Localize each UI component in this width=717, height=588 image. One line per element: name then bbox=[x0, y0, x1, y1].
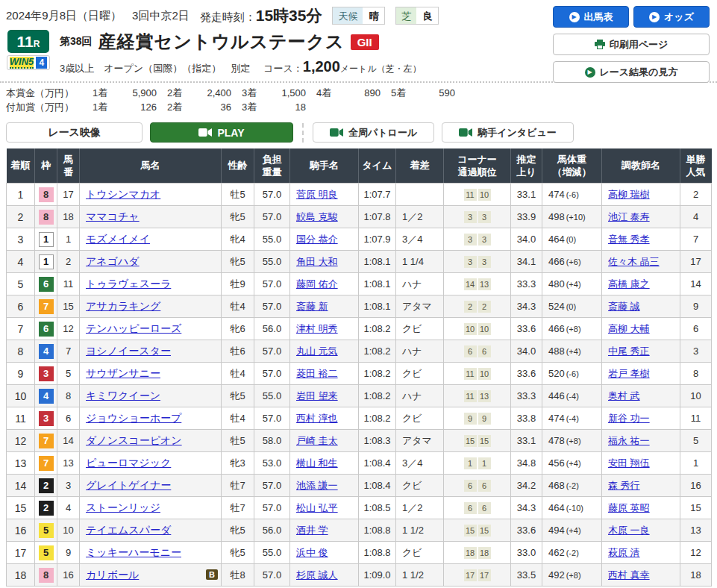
jockey-link[interactable]: 斎藤 新 bbox=[296, 301, 328, 312]
horse-name-cell: カリボールB bbox=[80, 564, 222, 587]
jockey-link[interactable]: 国分 恭介 bbox=[296, 234, 338, 245]
horse-link[interactable]: ピューロマジック bbox=[86, 457, 171, 469]
arrow-circle-icon: ▶ bbox=[585, 67, 595, 78]
trainer-link[interactable]: 奥村 武 bbox=[608, 390, 640, 401]
odds-button[interactable]: ▶ オッズ bbox=[633, 6, 710, 28]
trainer-link[interactable]: 福永 祐一 bbox=[608, 435, 650, 446]
table-row: 311モズメイメイ牝455.0国分 恭介1:07.93／43334.0464(0… bbox=[7, 228, 712, 251]
jockey-cell: 杉原 誠人 bbox=[290, 564, 359, 587]
jockey-link[interactable]: 浜中 俊 bbox=[296, 547, 328, 558]
trainer-link[interactable]: 斎藤 誠 bbox=[608, 301, 640, 312]
trainer-link[interactable]: 高橋 康之 bbox=[608, 278, 650, 290]
horse-link[interactable]: グレイトゲイナー bbox=[86, 479, 171, 491]
column-header-4: 性齢 bbox=[222, 149, 254, 184]
trainer-link[interactable]: 森 秀行 bbox=[608, 480, 640, 491]
horse-name-cell: ストーンリッジ bbox=[80, 497, 222, 519]
jockey-link[interactable]: 杉原 誠人 bbox=[296, 569, 338, 581]
horse-link[interactable]: カリボール bbox=[86, 569, 139, 581]
jockey-link[interactable]: 池添 謙一 bbox=[296, 480, 338, 491]
play-button[interactable]: PLAY bbox=[150, 122, 293, 143]
finish-position: 7 bbox=[7, 318, 35, 340]
horse-link[interactable]: キミワクイーン bbox=[86, 390, 160, 401]
print-button[interactable]: 印刷用ページ bbox=[553, 34, 710, 55]
results-guide-button[interactable]: ▶ レース結果の見方 bbox=[553, 61, 710, 83]
horse-link[interactable]: テンハッピーローズ bbox=[86, 322, 181, 334]
jockey-link[interactable]: 菱田 裕二 bbox=[296, 368, 338, 379]
trainer-link[interactable]: 新谷 功一 bbox=[608, 413, 650, 424]
jockey-link[interactable]: 丸山 元気 bbox=[296, 345, 338, 357]
horse-link[interactable]: ミッキーハーモニー bbox=[86, 546, 181, 558]
trainer-link[interactable]: 安田 翔伍 bbox=[608, 457, 650, 469]
horse-name-cell: アサカラキング bbox=[80, 295, 222, 318]
trainer-link[interactable]: 藤原 英昭 bbox=[608, 502, 650, 513]
jockey-link[interactable]: 藤岡 佑介 bbox=[296, 278, 338, 290]
horse-number: 18 bbox=[57, 206, 80, 228]
corner-position: 15 bbox=[478, 435, 491, 447]
horse-link[interactable]: サウザンサニー bbox=[86, 367, 160, 379]
bracket-number: 2 bbox=[35, 475, 57, 497]
trainer-link[interactable]: 岩戸 孝樹 bbox=[608, 368, 650, 379]
jockey-link[interactable]: 角田 大和 bbox=[296, 256, 338, 267]
jockey-link[interactable]: 岩田 望来 bbox=[296, 390, 338, 401]
horse-link[interactable]: モズメイメイ bbox=[86, 233, 150, 245]
sex-age: 牡4 bbox=[222, 295, 254, 318]
last-3f: 33.5 bbox=[511, 564, 542, 587]
corner-position: 15 bbox=[464, 525, 477, 537]
bracket-number: 7 bbox=[35, 295, 57, 318]
body-weight-diff: (-6) bbox=[566, 190, 579, 199]
trainer-link[interactable]: 西村 真幸 bbox=[608, 569, 650, 581]
trainer-link[interactable]: 池江 泰寿 bbox=[608, 211, 650, 222]
horse-link[interactable]: トウシンマカオ bbox=[86, 188, 160, 200]
entries-button[interactable]: ▶ 出馬表 bbox=[553, 6, 629, 28]
last-3f: 33.9 bbox=[511, 206, 542, 228]
body-weight-diff: (-2) bbox=[566, 481, 579, 490]
margin: クビ bbox=[396, 542, 444, 564]
body-weight-diff: (+8) bbox=[566, 571, 581, 580]
corner-order: 66 bbox=[444, 340, 511, 363]
last-3f: 33.3 bbox=[511, 273, 542, 295]
trainer-link[interactable]: 萩原 清 bbox=[608, 547, 640, 558]
horse-link[interactable]: ダノンスコーピオン bbox=[86, 434, 182, 446]
body-weight-diff: (+4) bbox=[566, 280, 581, 289]
trainer-link[interactable]: 中尾 秀正 bbox=[608, 345, 650, 357]
patrol-video-button[interactable]: 全周パトロール bbox=[313, 122, 434, 143]
horse-link[interactable]: ストーンリッジ bbox=[86, 501, 160, 513]
trainer-link[interactable]: 高柳 瑞樹 bbox=[608, 189, 650, 200]
finish-time: 1:08.8 bbox=[359, 542, 396, 564]
corner-position: 9 bbox=[464, 413, 477, 425]
body-weight-diff: (-10) bbox=[566, 504, 583, 513]
last-3f: 34.3 bbox=[511, 497, 542, 519]
jockey-link[interactable]: 津村 明秀 bbox=[296, 323, 338, 334]
horse-link[interactable]: アサカラキング bbox=[86, 300, 160, 312]
trainer-link[interactable]: 高柳 大輔 bbox=[608, 323, 650, 334]
jockey-link[interactable]: 横山 和生 bbox=[296, 457, 338, 469]
horse-link[interactable]: アネゴハダ bbox=[86, 255, 140, 267]
trainer-link[interactable]: 木原 一良 bbox=[608, 525, 650, 536]
jockey-link[interactable]: 西村 淳也 bbox=[296, 413, 338, 424]
last-3f: 34.8 bbox=[511, 452, 542, 475]
jockey-link[interactable]: 酒井 学 bbox=[296, 525, 328, 536]
jockey-link[interactable]: 菅原 明良 bbox=[296, 189, 338, 200]
horse-number: 1 bbox=[57, 228, 80, 251]
trainer-link[interactable]: 音無 秀孝 bbox=[608, 234, 650, 245]
body-weight: 520(-6) bbox=[542, 363, 602, 385]
table-row: 12714ダノンスコーピオン牡558.0戸崎 圭太1:08.3アタマ151533… bbox=[7, 430, 712, 452]
finish-position: 2 bbox=[7, 206, 35, 228]
margin: アタマ bbox=[396, 430, 444, 452]
trainer-cell: 新谷 功一 bbox=[602, 407, 680, 430]
column-header-12: 調教師名 bbox=[602, 149, 680, 184]
jockey-link[interactable]: 松山 弘平 bbox=[296, 502, 338, 513]
win-favorite: 2 bbox=[680, 184, 712, 206]
jockey-interview-button[interactable]: 騎手インタビュー bbox=[442, 122, 574, 143]
horse-link[interactable]: ママコチャ bbox=[86, 210, 140, 222]
horse-link[interactable]: テイエムスパーダ bbox=[86, 524, 171, 536]
trainer-link[interactable]: 佐々木 晶三 bbox=[608, 256, 660, 267]
bracket-badge: 8 bbox=[39, 568, 54, 583]
finish-time: 1:08.2 bbox=[359, 340, 396, 363]
course-info: コース：1,200メートル（芝・左） bbox=[263, 58, 422, 75]
jockey-link[interactable]: 戸崎 圭太 bbox=[296, 435, 338, 446]
jockey-link[interactable]: 鮫島 克駿 bbox=[296, 211, 338, 222]
horse-link[interactable]: ヨシノイースター bbox=[86, 345, 171, 357]
horse-link[interactable]: ジョウショーホープ bbox=[86, 412, 181, 424]
horse-link[interactable]: トゥラヴェスーラ bbox=[86, 278, 171, 290]
